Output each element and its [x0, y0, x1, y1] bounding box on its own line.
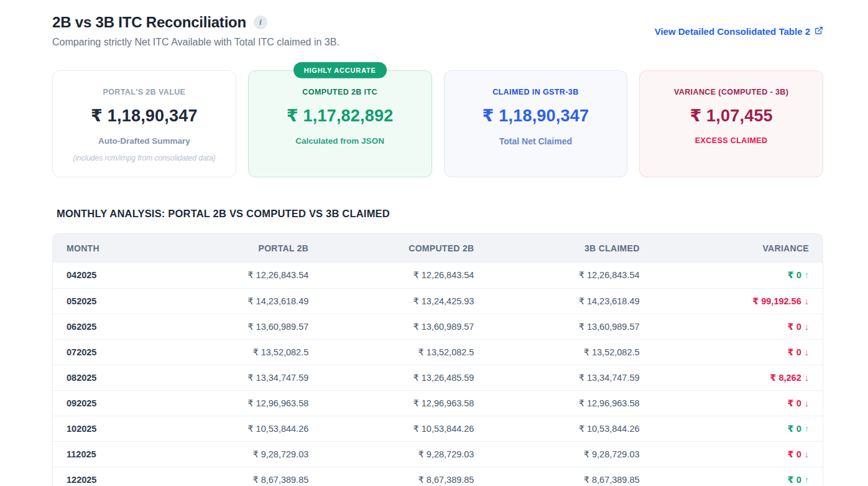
variance-arrow-icon: ↓ [805, 347, 809, 357]
computed-2b-cell: ₹ 12,96,963.58 [322, 390, 487, 416]
month-cell: 082025 [53, 365, 169, 390]
month-cell: 122025 [53, 467, 169, 486]
claimed-3b-cell: ₹ 8,67,389.85 [487, 467, 653, 486]
month-cell: 092025 [53, 390, 169, 416]
portal-2b-cell: ₹ 13,60,989.57 [169, 314, 323, 339]
variance-value: ₹ 99,192.56 [752, 296, 801, 306]
highly-accurate-badge: HIGHLY ACCURATE [293, 62, 387, 78]
page-subtitle: Comparing strictly Net ITC Available wit… [52, 37, 339, 48]
variance-arrow-icon: ↑ [805, 475, 809, 485]
card-label: PORTAL'S 2B VALUE [53, 88, 236, 96]
card-subtitle: Calculated from JSON [249, 136, 432, 146]
card-claimed-gstr-3b: CLAIMED IN GSTR-3B ₹ 1,18,90,347 Total N… [444, 70, 628, 177]
computed-2b-cell: ₹ 13,24,425.93 [322, 288, 487, 314]
header-computed-2b: COMPUTED 2B [322, 234, 487, 263]
table-row: 072025 ₹ 13,52,082.5 ₹ 13,52,082.5 ₹ 13,… [53, 339, 823, 365]
card-subtitle: Auto-Drafted Summary [53, 136, 236, 146]
portal-2b-cell: ₹ 13,52,082.5 [169, 339, 323, 365]
portal-2b-cell: ₹ 8,67,389.85 [169, 467, 323, 486]
header-month: MONTH [53, 234, 169, 263]
month-cell: 042025 [53, 263, 169, 288]
computed-2b-cell: ₹ 13,26,485.59 [322, 365, 487, 390]
card-subtitle: Total Net Claimed [445, 136, 627, 146]
header-3b-claimed: 3B CLAIMED [487, 234, 653, 263]
month-cell: 052025 [53, 288, 169, 314]
variance-arrow-icon: ↑ [805, 270, 809, 280]
card-label: VARIANCE (COMPUTED - 3B) [640, 88, 823, 96]
variance-value: ₹ 0 [788, 322, 801, 332]
computed-2b-cell: ₹ 13,52,082.5 [322, 339, 487, 365]
computed-2b-cell: ₹ 9,28,729.03 [322, 441, 487, 467]
table-row: 122025 ₹ 8,67,389.85 ₹ 8,67,389.85 ₹ 8,6… [53, 467, 823, 486]
monthly-analysis-table: MONTH PORTAL 2B COMPUTED 2B 3B CLAIMED V… [52, 233, 823, 486]
variance-arrow-icon: ↓ [805, 373, 809, 383]
variance-arrow-icon: ↓ [805, 449, 809, 459]
page-title: 2B vs 3B ITC Reconciliation [52, 14, 246, 31]
variance-cell: ₹ 8,262↓ [653, 365, 823, 390]
variance-arrow-icon: ↓ [805, 296, 809, 306]
variance-value: ₹ 0 [788, 398, 801, 408]
variance-cell: ₹ 0↑ [653, 263, 823, 288]
computed-2b-cell: ₹ 10,53,844.26 [322, 416, 487, 441]
variance-arrow-icon: ↑ [805, 424, 809, 434]
table-header-row: MONTH PORTAL 2B COMPUTED 2B 3B CLAIMED V… [53, 234, 823, 263]
card-note: (includes rcm/impg from consolidated dat… [53, 154, 236, 162]
variance-value: ₹ 0 [788, 270, 801, 280]
claimed-3b-cell: ₹ 12,26,843.54 [487, 263, 653, 288]
portal-2b-cell: ₹ 9,28,729.03 [169, 441, 323, 467]
card-subtitle: EXCESS CLAIMED [640, 136, 823, 145]
variance-cell: ₹ 0↓ [653, 339, 823, 365]
variance-cell: ₹ 0↓ [653, 441, 823, 467]
table-row: 092025 ₹ 12,96,963.58 ₹ 12,96,963.58 ₹ 1… [53, 390, 823, 416]
monthly-analysis-title: MONTHLY ANALYSIS: PORTAL 2B VS COMPUTED … [52, 208, 823, 220]
claimed-3b-cell: ₹ 9,28,729.03 [487, 441, 653, 467]
variance-cell: ₹ 99,192.56↓ [653, 288, 823, 314]
claimed-3b-cell: ₹ 14,23,618.49 [487, 288, 653, 314]
portal-2b-cell: ₹ 10,53,844.26 [169, 416, 323, 441]
claimed-3b-cell: ₹ 12,96,963.58 [487, 390, 653, 416]
claimed-3b-cell: ₹ 13,52,082.5 [487, 339, 653, 365]
card-value: ₹ 1,07,455 [640, 106, 823, 126]
table-row: 042025 ₹ 12,26,843.54 ₹ 12,26,843.54 ₹ 1… [53, 263, 823, 288]
table-row: 112025 ₹ 9,28,729.03 ₹ 9,28,729.03 ₹ 9,2… [53, 441, 823, 467]
header-portal-2b: PORTAL 2B [169, 234, 323, 263]
card-computed-2b-itc: HIGHLY ACCURATE COMPUTED 2B ITC ₹ 1,17,8… [248, 70, 432, 177]
table-row: 082025 ₹ 13,34,747.59 ₹ 13,26,485.59 ₹ 1… [53, 365, 823, 390]
card-variance: VARIANCE (COMPUTED - 3B) ₹ 1,07,455 EXCE… [639, 70, 823, 177]
claimed-3b-cell: ₹ 13,60,989.57 [487, 314, 653, 339]
card-portal-2b-value: PORTAL'S 2B VALUE ₹ 1,18,90,347 Auto-Dra… [52, 70, 236, 177]
claimed-3b-cell: ₹ 13,34,747.59 [487, 365, 653, 390]
view-detailed-table-link[interactable]: View Detailed Consolidated Table 2 [655, 26, 823, 37]
portal-2b-cell: ₹ 12,96,963.58 [169, 390, 323, 416]
variance-value: ₹ 0 [788, 449, 801, 459]
variance-cell: ₹ 0↓ [653, 390, 823, 416]
card-value: ₹ 1,17,82,892 [249, 106, 432, 126]
variance-value: ₹ 8,262 [770, 373, 801, 383]
month-cell: 112025 [53, 441, 169, 467]
info-icon[interactable]: i [254, 16, 267, 29]
page-header: 2B vs 3B ITC Reconciliation i Comparing … [52, 14, 823, 48]
variance-cell: ₹ 0↑ [653, 467, 823, 486]
variance-value: ₹ 0 [788, 475, 801, 485]
card-value: ₹ 1,18,90,347 [53, 106, 236, 126]
variance-cell: ₹ 0↓ [653, 314, 823, 339]
variance-value: ₹ 0 [788, 347, 801, 357]
portal-2b-cell: ₹ 14,23,618.49 [169, 288, 323, 314]
variance-value: ₹ 0 [788, 424, 801, 434]
portal-2b-cell: ₹ 13,34,747.59 [169, 365, 323, 390]
month-cell: 072025 [53, 339, 169, 365]
card-label: COMPUTED 2B ITC [249, 88, 432, 96]
external-link-icon [815, 26, 823, 37]
month-cell: 102025 [53, 416, 169, 441]
portal-2b-cell: ₹ 12,26,843.54 [169, 263, 323, 288]
table-row: 052025 ₹ 14,23,618.49 ₹ 13,24,425.93 ₹ 1… [53, 288, 823, 314]
card-label: CLAIMED IN GSTR-3B [445, 88, 627, 96]
variance-cell: ₹ 0↑ [653, 416, 823, 441]
month-cell: 062025 [53, 314, 169, 339]
table-row: 062025 ₹ 13,60,989.57 ₹ 13,60,989.57 ₹ 1… [53, 314, 823, 339]
computed-2b-cell: ₹ 12,26,843.54 [322, 263, 487, 288]
computed-2b-cell: ₹ 8,67,389.85 [322, 467, 487, 486]
variance-arrow-icon: ↓ [805, 322, 809, 332]
reconciliation-page: 2B vs 3B ITC Reconciliation i Comparing … [0, 0, 868, 486]
summary-cards: PORTAL'S 2B VALUE ₹ 1,18,90,347 Auto-Dra… [52, 70, 823, 177]
